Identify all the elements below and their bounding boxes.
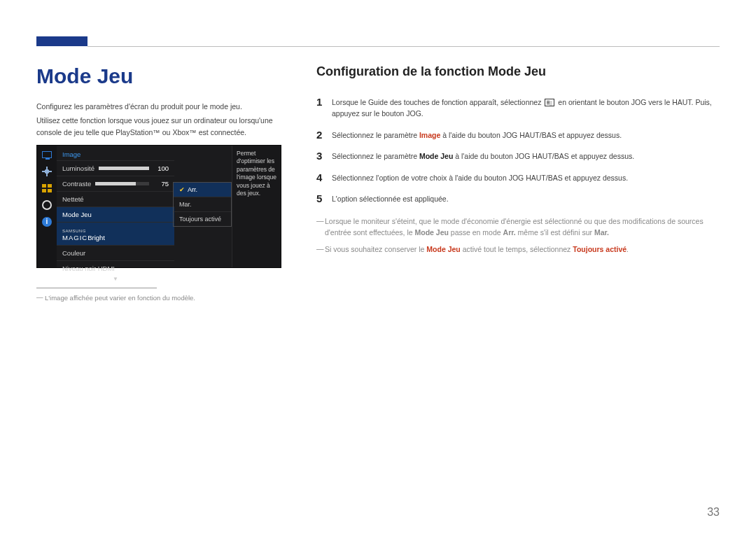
step-3: 3 Sélectionnez le paramètre Mode Jeu à l… bbox=[316, 146, 720, 167]
menu-icon bbox=[545, 99, 554, 106]
slider-luminosite[interactable] bbox=[99, 167, 149, 170]
osd-value-contraste: 75 bbox=[149, 180, 169, 188]
gear-icon bbox=[41, 200, 52, 210]
note-1: Lorsque le moniteur s'éteint, que le mod… bbox=[316, 216, 720, 239]
osd-label-luminosite: Luminosité bbox=[62, 164, 94, 172]
osd-row-niveau[interactable]: Niveau noir HDMI bbox=[57, 260, 174, 276]
osd-row-nettete[interactable]: Netteté bbox=[57, 191, 174, 206]
dropdown-item-arr[interactable]: ✔Arr. bbox=[174, 183, 231, 197]
left-desc-1: Configurez les paramètres d'écran du pro… bbox=[36, 101, 292, 112]
note-2: Si vous souhaitez conserver le Mode Jeu … bbox=[316, 244, 720, 255]
osd-row-couleur[interactable]: Couleur bbox=[57, 245, 174, 260]
info-icon: i bbox=[41, 217, 52, 227]
footnote-text: L'image affichée peut varier en fonction… bbox=[36, 294, 292, 302]
step-2: 2 Sélectionnez le paramètre Image à l'ai… bbox=[316, 125, 720, 146]
header-rule bbox=[88, 46, 720, 47]
page-title-right: Configuration de la fonction Mode Jeu bbox=[316, 64, 720, 79]
dropdown-item-mar[interactable]: Mar. bbox=[174, 197, 231, 211]
check-icon: ✔ bbox=[179, 186, 185, 193]
header-accent-bar bbox=[36, 36, 88, 46]
step-5: 5 L'option sélectionnée est appliquée. bbox=[316, 188, 720, 210]
page-title-left: Mode Jeu bbox=[36, 64, 292, 88]
osd-value-luminosite: 100 bbox=[149, 164, 169, 172]
osd-menu: Image Luminosité 100 Contraste 75 bbox=[57, 146, 174, 267]
slider-contraste[interactable] bbox=[95, 182, 149, 185]
page-number: 33 bbox=[707, 506, 720, 519]
step-4: 4 Sélectionnez l'option de votre choix à… bbox=[316, 167, 720, 189]
osd-title: Image bbox=[57, 148, 174, 160]
dropdown-item-toujours[interactable]: Toujours activé bbox=[174, 211, 231, 226]
pip-icon bbox=[41, 183, 52, 193]
osd-row-modejeu[interactable]: Mode Jeu bbox=[57, 206, 174, 222]
osd-label-magic: SAMSUNGMAGICBright bbox=[62, 226, 105, 241]
left-desc-2: Utilisez cette fonction lorsque vous jou… bbox=[36, 115, 292, 138]
osd-label-niveau: Niveau noir HDMI bbox=[62, 265, 115, 272]
osd-row-magicbright[interactable]: SAMSUNGMAGICBright bbox=[57, 222, 174, 245]
step-1: 1 Lorsque le Guide des touches de foncti… bbox=[316, 92, 720, 125]
footnote-divider bbox=[36, 288, 157, 288]
osd-dropdown: ✔Arr. Mar. Toujours activé bbox=[173, 182, 232, 267]
step-list: 1 Lorsque le Guide des touches de foncti… bbox=[316, 92, 720, 210]
chevron-down-icon[interactable]: ▼ bbox=[57, 276, 174, 283]
osd-row-contraste[interactable]: Contraste 75 bbox=[57, 176, 174, 191]
monitor-icon bbox=[41, 150, 52, 160]
osd-label-couleur: Couleur bbox=[62, 249, 85, 257]
osd-row-luminosite[interactable]: Luminosité 100 bbox=[57, 160, 174, 176]
osd-label-contraste: Contraste bbox=[62, 180, 91, 188]
osd-label-nettete: Netteté bbox=[62, 195, 84, 203]
brightness-icon bbox=[41, 167, 52, 176]
osd-label-modejeu: Mode Jeu bbox=[62, 211, 92, 218]
osd-sidebar: i bbox=[37, 146, 57, 267]
osd-panel: i Image Luminosité 100 Contraste bbox=[36, 145, 281, 268]
osd-hint-text: Permet d'optimiser les paramètres de l'i… bbox=[232, 146, 281, 267]
